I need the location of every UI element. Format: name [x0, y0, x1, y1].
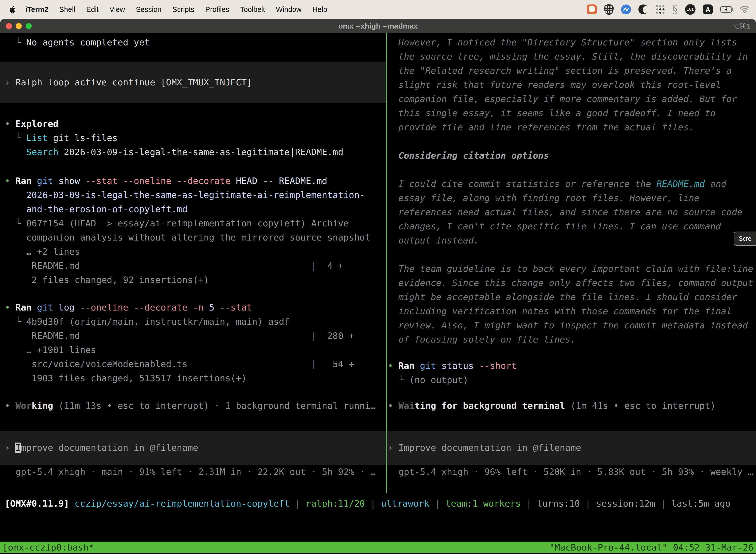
menu-bar-status-icons: § ..61 A [587, 4, 750, 15]
git-show-output: README.md | 4 + [0, 259, 386, 273]
screen: iTerm2 Shell Edit View Session Scripts P… [0, 0, 756, 554]
git-show-output: … +2 lines [0, 244, 386, 259]
reasoning-paragraph: slight risk that future readers may over… [387, 78, 756, 92]
ralph-loop-banner: › Ralph loop active continue [OMX_TMUX_I… [0, 62, 386, 103]
reasoning-paragraph: might be acceptable alongside the file l… [387, 290, 756, 304]
reasoning-paragraph: companion file, especially if more comme… [387, 92, 756, 106]
tmux-host-clock: "MacBook-Pro-44.local" 04:52 31-Mar-26 [549, 542, 754, 553]
menu-items: iTerm2 Shell Edit View Session Scripts P… [25, 5, 327, 14]
git-log-output: └ 4b9d30f (origin/main, instructkr/main,… [0, 315, 386, 329]
input-source-icon[interactable]: A [703, 4, 713, 14]
tmux-session-name: [omx-cczip0:bash* [2, 542, 94, 553]
chat-app-icon[interactable] [587, 4, 597, 14]
reasoning-paragraph: the source tree, missing the essay. Stil… [387, 49, 756, 63]
explored-list-line: └ List git ls-files [0, 131, 386, 145]
git-log-output: 1903 files changed, 513517 insertions(+) [0, 371, 386, 385]
git-show-output: └ 067f154 (HEAD -> essay/ai-reimplementa… [0, 216, 386, 230]
reasoning-paragraph: changes, I can't cite specific file line… [387, 219, 756, 233]
git-log-output: src/voice/voiceModeEnabled.ts | 54 + [0, 357, 386, 371]
explored-header: • Explored [0, 117, 386, 131]
omx-team: team:1 workers [445, 498, 521, 509]
menu-item-edit[interactable]: Edit [86, 5, 99, 14]
reasoning-paragraph: I could cite commit statistics or refere… [387, 177, 756, 191]
git-log-output: … +1901 lines [0, 343, 386, 357]
git-status-output: └ (no output) [387, 373, 756, 387]
menu-item-help[interactable]: Help [312, 5, 327, 14]
reasoning-paragraph: essay file, along with finding root file… [387, 191, 756, 205]
window-titlebar: omx --xhigh --madmax ⌥⌘1 [0, 19, 756, 33]
model-status-right: gpt-5.4 xhigh · 96% left · 520K in · 5.8… [387, 465, 756, 479]
wifi-icon[interactable] [740, 5, 750, 13]
tmux-panes: └ No agents completed yet › Ralph loop a… [0, 33, 756, 493]
prompt-input-right[interactable]: › Improve documentation in @filename [387, 431, 756, 465]
crescent-icon[interactable] [638, 4, 648, 14]
reasoning-paragraph: including verification notes with those … [387, 304, 756, 318]
reasoning-paragraph: review. Also, I might want to inspect th… [387, 318, 756, 332]
reasoning-paragraph: evidence. Since this change only affects… [387, 276, 756, 290]
menu-item-shell[interactable]: Shell [59, 5, 75, 14]
battery-icon[interactable] [720, 6, 732, 13]
omx-version: [OMX#0.11.9] [5, 498, 75, 509]
omx-turns: turns:10 [537, 498, 580, 509]
omx-last-activity: last:5m ago [672, 498, 731, 509]
menu-bar: iTerm2 Shell Edit View Session Scripts P… [0, 0, 756, 19]
prompt-input-left[interactable]: › Improve documentation in @filename [0, 431, 386, 465]
apple-menu-icon[interactable] [8, 5, 16, 14]
tmux-status-bar: [omx-cczip0:bash* "MacBook-Pro-44.local"… [0, 542, 756, 553]
omx-branch-path: cczip/essay/ai-reimplementation-copyleft [75, 498, 290, 509]
omx-ultrawork: ultrawork [381, 498, 429, 509]
explored-search-line: Search 2026-03-09-is-legal-the-same-as-l… [0, 145, 386, 159]
shield-app-icon[interactable] [604, 4, 614, 15]
git-show-output: 2 files changed, 92 insertions(+) [0, 273, 386, 287]
git-log-command: • Ran git log --oneline --decorate -n 5 … [0, 300, 386, 315]
right-pane[interactable]: However, I noticed the "Directory Struct… [386, 33, 756, 493]
menu-item-toolbelt[interactable]: Toolbelt [240, 5, 265, 14]
reasoning-paragraph: output instead. [387, 233, 756, 247]
reasoning-paragraph: The team guideline is to back every impo… [387, 262, 756, 276]
git-show-arg-line: 2026-03-09-is-legal-the-same-as-legitima… [0, 188, 386, 202]
dots-grid-icon[interactable] [656, 5, 665, 14]
reasoning-paragraph: this single essay, it seems like a good … [387, 106, 756, 120]
reasoning-paragraph: references need actual files, and since … [387, 205, 756, 219]
menu-item-view[interactable]: View [109, 5, 125, 14]
window-title: omx --xhigh --madmax [0, 22, 756, 30]
git-log-output: README.md | 280 + [0, 329, 386, 343]
terminal-content: └ No agents completed yet › Ralph loop a… [0, 33, 756, 554]
reasoning-paragraph: provide file and line references from th… [387, 120, 756, 134]
readme-link: README.md [656, 179, 705, 189]
menu-item-iterm2[interactable]: iTerm2 [25, 5, 48, 14]
screen-tooltip: Scre [734, 232, 756, 246]
git-show-arg-line: and-the-erosion-of-copyleft.md [0, 202, 386, 216]
omx-status-line: [OMX#0.11.9] cczip/essay/ai-reimplementa… [0, 493, 756, 510]
reasoning-paragraph: the "Related research writing" section i… [387, 63, 756, 78]
left-pane[interactable]: └ No agents completed yet › Ralph loop a… [0, 33, 386, 493]
text-cursor: I [15, 443, 21, 453]
working-status-line: • Working (11m 13s • esc to interrupt) ·… [0, 399, 386, 413]
window-shortcut-badge: ⌥⌘1 [731, 22, 750, 30]
git-status-command: • Ran git status --short [387, 359, 756, 373]
menu-item-profiles[interactable]: Profiles [205, 5, 230, 14]
omx-session-time: session:12m [596, 498, 655, 509]
iterm-window: omx --xhigh --madmax ⌥⌘1 └ No agents com… [0, 19, 756, 554]
git-show-output: companion analysis without altering the … [0, 230, 386, 244]
no-agents-line: └ No agents completed yet [0, 35, 386, 49]
badge-count-icon[interactable]: ..61 [685, 4, 695, 15]
reasoning-paragraph: However, I noticed the "Directory Struct… [387, 35, 756, 49]
menu-item-scripts[interactable]: Scripts [172, 5, 194, 14]
omx-ralph-counter: ralph:11/20 [306, 498, 365, 509]
git-show-command: • Ran git show --stat --oneline --decora… [0, 174, 386, 188]
menu-item-window[interactable]: Window [276, 5, 301, 14]
reasoning-paragraph: of focusing solely on file lines. [387, 332, 756, 346]
reasoning-heading: Considering citation options [387, 149, 756, 163]
squiggle-icon[interactable]: § [672, 4, 678, 15]
blue-zigzag-icon[interactable] [621, 4, 631, 14]
menu-item-session[interactable]: Session [136, 5, 162, 14]
waiting-status-line: • Waiting for background terminal (1m 41… [387, 399, 756, 413]
model-status-left: gpt-5.4 xhigh · main · 91% left · 2.31M … [0, 465, 386, 479]
